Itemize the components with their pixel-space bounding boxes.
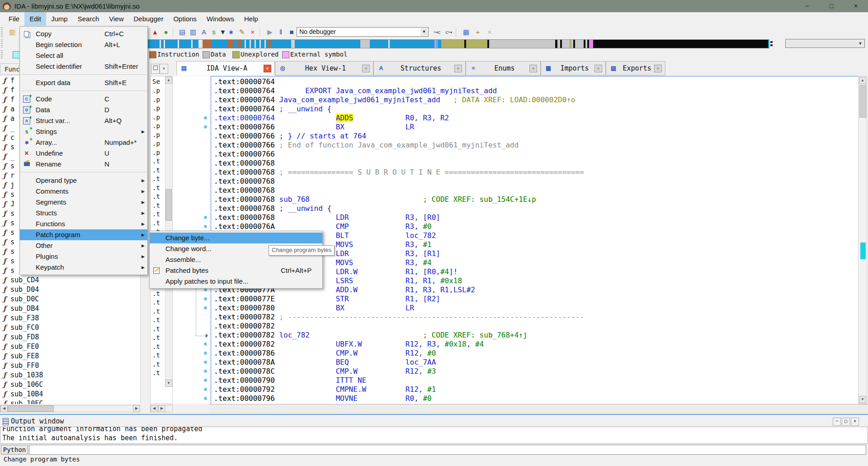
scrollbar-thumb[interactable] — [859, 85, 866, 118]
menubar-item-jump[interactable]: Jump — [46, 12, 73, 26]
function-row[interactable]: ƒsub_FE0 — [0, 342, 140, 352]
function-row[interactable]: ƒsub_CD4 — [0, 276, 140, 285]
menu-item-keypatch[interactable]: Keypatch▶ — [20, 262, 147, 273]
menu-item-functions[interactable]: Functions▶ — [20, 219, 147, 229]
segment-row[interactable]: .p — [152, 148, 160, 157]
segment-row[interactable]: .t — [152, 307, 160, 316]
scrollbar-thumb[interactable] — [165, 189, 172, 221]
menubar-item-edit[interactable]: Edit — [24, 12, 46, 26]
segment-row[interactable]: .t — [152, 184, 160, 192]
menu-item-copy[interactable]: CopyCtrl+C — [20, 29, 147, 39]
listing-line[interactable]: .text:00000768 — [214, 186, 275, 195]
menu-item-select-all[interactable]: Select all — [20, 50, 147, 61]
listing-line[interactable]: .text:00000766 — [214, 150, 275, 159]
scroll-right-icon[interactable]: ▶ — [158, 405, 165, 412]
output-window-header[interactable]: Output window − □ × — [0, 416, 868, 427]
function-row[interactable]: ƒsub_DB4 — [0, 304, 140, 314]
listing-line[interactable]: .text:00000782 ; -----------------------… — [214, 313, 584, 322]
add-watch-icon[interactable]: + — [473, 27, 483, 37]
segment-row[interactable]: .t — [152, 219, 160, 228]
listing-line[interactable]: .text:00000764 ; __unwind { — [214, 105, 331, 114]
panel-close-button[interactable]: × — [160, 64, 168, 74]
scroll-down-icon[interactable]: ▼ — [165, 380, 172, 387]
listing-line[interactable]: .text:00000768 — [214, 159, 275, 168]
listing-line[interactable]: .text:0000078A BEQ loc_7AA — [214, 358, 436, 367]
menu-item-operand-type[interactable]: Operand type▶ — [20, 175, 147, 186]
listing-line[interactable]: .text:00000764 Java_com_example_jwd061_m… — [214, 95, 576, 105]
menu-item-data[interactable]: DDataD — [20, 105, 147, 115]
menubar-item-help[interactable]: Help — [239, 12, 263, 26]
menu-item-other[interactable]: Other▶ — [20, 240, 147, 251]
menu-item-undefine[interactable]: ×UndefineU — [20, 148, 147, 159]
listing-line[interactable]: .text:00000782 — [214, 322, 275, 331]
listing-line[interactable]: .text:00000786 CMP.W R12, #0 — [214, 349, 436, 358]
segment-row[interactable]: .t — [152, 210, 160, 219]
function-row[interactable]: ƒsub_D04 — [0, 285, 140, 295]
scrollbar-thumb[interactable] — [8, 405, 54, 412]
segment-row[interactable]: .p — [152, 122, 160, 130]
listing-line[interactable]: .text:00000796 MOVNE R0, #0 — [214, 394, 432, 403]
tab-structures[interactable]: AStructures× — [373, 61, 466, 76]
menubar-item-view[interactable]: View — [104, 12, 128, 26]
listing-line[interactable]: .text:00000768 — [214, 177, 275, 186]
rename-icon[interactable]: ✎ — [237, 27, 247, 37]
listing-line[interactable]: .text:00000764 — [214, 77, 275, 86]
cli-input[interactable] — [29, 445, 866, 455]
segment-row[interactable]: .t — [152, 342, 160, 351]
output-float-button[interactable]: □ — [842, 418, 850, 426]
menu-item-rename[interactable]: RenameN — [20, 159, 147, 170]
listing-line[interactable]: .text:00000768 LDR R3, [R0] — [214, 213, 440, 222]
tab-close-icon[interactable]: × — [362, 65, 370, 72]
segment-row[interactable]: .t — [152, 298, 160, 307]
submenu-item-apply-patches-to-input-file[interactable]: Apply patches to input file... — [150, 276, 322, 287]
scroll-right-icon[interactable]: ▶ — [133, 405, 140, 412]
debugger-stop-icon[interactable]: ■ — [287, 27, 297, 37]
segment-row[interactable]: .t — [152, 201, 160, 210]
make-string-icon[interactable]: s — [209, 27, 219, 37]
toolbar-grip[interactable] — [1, 39, 3, 48]
tab-close-icon[interactable]: × — [594, 65, 602, 72]
function-row[interactable]: ƒsub_FC0 — [0, 323, 140, 333]
segment-row[interactable]: .t — [152, 325, 160, 333]
analysis-status-icon[interactable]: ● — [161, 27, 171, 37]
panel-float-button[interactable] — [151, 64, 160, 74]
menu-item-structs[interactable]: Structs▶ — [20, 208, 147, 219]
struct-var-icon[interactable]: A — [199, 27, 209, 37]
menubar-item-windows[interactable]: Windows — [202, 12, 239, 26]
function-row[interactable]: ƒsub_FF0 — [0, 361, 140, 371]
menu-item-code[interactable]: CCodeC — [20, 94, 147, 105]
menu-item-export-data[interactable]: Export dataShift+E — [20, 77, 147, 88]
debugger-run-icon[interactable]: ▶ — [265, 27, 275, 37]
clear-icon[interactable]: × — [485, 27, 495, 37]
segment-row[interactable]: .p — [152, 86, 160, 95]
listing-vscrollbar[interactable]: ▲ ▼ — [858, 76, 867, 404]
scroll-left-icon[interactable]: ◀ — [151, 405, 158, 412]
listing-line[interactable]: .text:00000768 ; __unwind { — [214, 204, 331, 213]
listing-line[interactable]: .text:00000766 ; } // starts at 764 — [214, 132, 366, 141]
listing-line[interactable]: .text:00000764 EXPORT Java_com_example_j… — [214, 86, 497, 95]
segment-row[interactable]: .t — [152, 369, 160, 377]
toolbar-grip[interactable] — [1, 50, 3, 59]
segment-row[interactable]: .t — [152, 351, 160, 360]
menu-item-select-identifier[interactable]: Select identifierShift+Enter — [20, 61, 147, 72]
function-row[interactable]: ƒsub_D0C — [0, 295, 140, 304]
undefine-icon[interactable]: × — [248, 27, 258, 37]
listing-line[interactable]: .text:00000766 BX LR — [214, 123, 414, 132]
menu-item-plugins[interactable]: Plugins▶ — [20, 251, 147, 262]
scroll-up-icon[interactable]: ▲ — [859, 77, 866, 84]
tab-exports[interactable]: ▧Exports× — [606, 61, 665, 76]
menu-item-strings[interactable]: sStrings▶ — [20, 126, 147, 137]
segment-row[interactable]: .p — [152, 131, 160, 139]
function-row[interactable]: ƒsub_1038 — [0, 371, 140, 380]
segment-row[interactable]: .t — [152, 360, 160, 369]
segment-row[interactable]: .t — [152, 175, 160, 183]
segment-row[interactable]: .t — [152, 166, 160, 175]
scroll-left-icon[interactable]: ◀ — [0, 405, 8, 412]
listing-line[interactable]: .text:0000076A CMP R3, #0 — [214, 222, 432, 231]
debugger-selector-combo[interactable]: No debugger▼ — [297, 27, 429, 37]
step-into-icon[interactable]: ↪c — [432, 27, 442, 37]
navband-range-combo[interactable]: ▼ — [785, 39, 865, 48]
listing-line[interactable]: .text:00000790 ITTT NE — [214, 376, 366, 385]
function-row[interactable]: ƒsub_F38 — [0, 314, 140, 323]
listing-line[interactable]: .text:00000792 CMPNE.W R12, #1 — [214, 385, 436, 394]
